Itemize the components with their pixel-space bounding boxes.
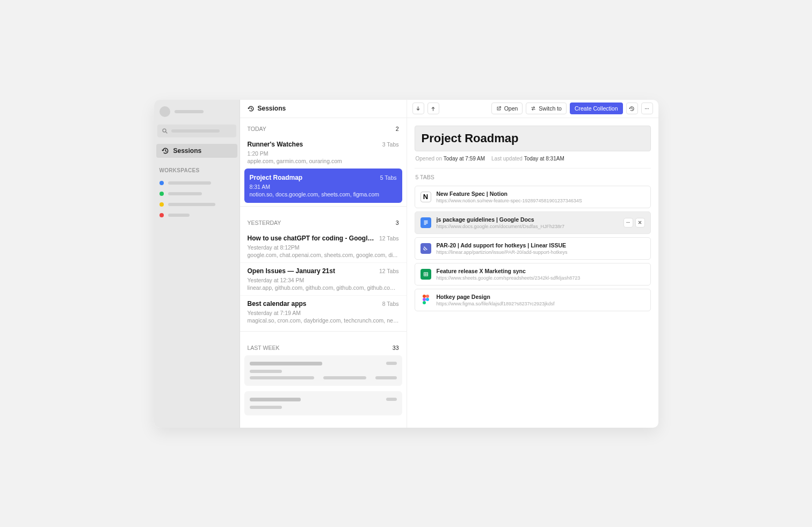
session-title: Runner's Watches (248, 141, 303, 148)
switch-label: Switch to (539, 105, 562, 112)
sidebar-item-label: Sessions (173, 147, 202, 155)
username-placeholder (175, 110, 204, 113)
sidebar: Sessions WORKSPACES (154, 100, 240, 428)
section-count: 3 (396, 219, 399, 226)
linear-icon (421, 243, 431, 254)
ws-name-placeholder (168, 203, 215, 206)
section-head-yesterday: YESTERDAY 3 (240, 210, 407, 230)
session-item[interactable]: Runner's Watches 3 Tabs 1:20 PM apple.co… (240, 136, 407, 169)
workspace-item[interactable] (154, 178, 240, 188)
external-link-icon (496, 106, 502, 111)
session-hosts: apple.com, garmin.com, ouraring.com (248, 158, 399, 164)
google-docs-icon (421, 217, 431, 228)
section-head-lastweek: LAST WEEK 33 (240, 335, 407, 355)
tab-url: https://www.figma.so/file/klajsdf1892?s8… (437, 301, 645, 306)
sidebar-user-row[interactable] (154, 106, 240, 117)
svg-point-11 (628, 222, 629, 223)
section-head-today: TODAY 2 (240, 118, 407, 136)
workspace-item[interactable] (154, 210, 240, 221)
arrow-down-icon (415, 106, 421, 112)
create-label: Create Collection (575, 105, 618, 112)
session-time: Yesterday at 7:19 AM (248, 310, 399, 316)
tab-item[interactable]: Feature release X Marketing sync https:/… (415, 263, 651, 286)
arrow-down-button[interactable] (412, 103, 424, 114)
workspace-dot (160, 181, 164, 185)
session-hosts: google.com, chat.openai.com, sheets.com,… (248, 252, 399, 258)
sidebar-workspaces-heading: WORKSPACES (154, 158, 240, 178)
history-restore-button[interactable] (626, 103, 638, 114)
session-item[interactable]: How to use chatGPT for coding - Google S… (240, 230, 407, 263)
session-detail-title: Project Roadmap (422, 131, 644, 145)
svg-rect-5 (423, 219, 429, 226)
session-hosts: magical.so, cron.com, daybridge.com, tec… (248, 317, 399, 324)
sessions-header: Sessions (240, 100, 407, 118)
tab-item[interactable]: PAR-20 | Add support for hotkeys | Linea… (415, 237, 651, 260)
svg-point-12 (629, 222, 630, 223)
tab-more-button[interactable] (624, 218, 633, 228)
svg-point-3 (647, 108, 648, 109)
tab-item-hover[interactable]: js package guidelines | Google Docs http… (415, 211, 651, 234)
session-placeholder (244, 391, 402, 415)
arrow-up-button[interactable] (427, 103, 439, 114)
switch-to-button[interactable]: Switch to (526, 103, 567, 114)
svg-point-20 (423, 298, 426, 301)
session-hosts: notion.so, docs.google.com, sheets.com, … (250, 191, 397, 197)
tab-title: js package guidelines | Google Docs (437, 216, 618, 223)
avatar (160, 106, 170, 117)
svg-point-18 (423, 295, 426, 298)
workspace-item[interactable] (154, 199, 240, 210)
svg-rect-7 (424, 222, 427, 222)
history-icon (248, 105, 255, 112)
open-button[interactable]: Open (491, 103, 523, 114)
svg-point-4 (648, 108, 649, 109)
detail-column: Open Switch to Create Collection Project… (407, 100, 658, 428)
history-icon (162, 147, 169, 155)
session-item[interactable]: Open Issues — January 21st 12 Tabs Yeste… (240, 263, 407, 296)
section-count: 2 (396, 126, 399, 132)
session-placeholder (244, 355, 402, 386)
session-tab-count: 8 Tabs (382, 301, 399, 307)
switch-icon (531, 106, 536, 111)
sessions-column: Sessions TODAY 2 Runner's Watches 3 Tabs… (240, 100, 407, 428)
section-label: YESTERDAY (248, 219, 281, 226)
svg-rect-9 (424, 224, 426, 224)
session-title: Open Issues — January 21st (248, 267, 335, 275)
tab-item-actions (624, 218, 645, 228)
app-window: Sessions WORKSPACES Sessions TODAY 2 Run… (154, 100, 658, 428)
tab-url: https://www.sheets.google.com/spreadshee… (437, 275, 645, 281)
open-label: Open (504, 105, 518, 112)
svg-rect-6 (424, 221, 427, 221)
detail-body: Project Roadmap Opened on Today at 7:59 … (407, 118, 658, 319)
section-label: TODAY (248, 126, 266, 132)
session-time: 1:20 PM (248, 150, 399, 157)
svg-point-22 (423, 301, 426, 304)
session-item[interactable]: Best calendar apps 8 Tabs Yesterday at 7… (240, 296, 407, 328)
tab-close-button[interactable] (635, 218, 645, 228)
sidebar-item-sessions[interactable]: Sessions (156, 144, 237, 158)
figma-icon (421, 295, 431, 305)
tab-item[interactable]: Hotkey page Design https://www.figma.so/… (415, 289, 651, 311)
more-icon (644, 106, 650, 112)
session-item-selected[interactable]: Project Roadmap 5 Tabs 8:31 AM notion.so… (244, 169, 402, 203)
tab-count-label: 5 TABS (415, 169, 651, 186)
ws-name-placeholder (168, 192, 202, 195)
sidebar-search[interactable] (157, 125, 236, 137)
create-collection-button[interactable]: Create Collection (570, 103, 623, 114)
more-button[interactable] (641, 103, 653, 114)
tab-title: Feature release X Marketing sync (437, 268, 645, 274)
session-meta: Opened on Today at 7:59 AM Last updated … (415, 151, 651, 169)
sessions-scroll[interactable]: TODAY 2 Runner's Watches 3 Tabs 1:20 PM … (240, 118, 407, 428)
workspace-dot (160, 192, 164, 196)
google-sheets-icon (421, 269, 431, 280)
tab-title: Hotkey page Design (437, 294, 645, 300)
workspace-item[interactable] (154, 188, 240, 199)
svg-point-2 (645, 108, 646, 109)
tab-url: https://www.docs.google.com/document/Dsd… (437, 224, 618, 229)
tab-list: N New Feature Spec | Notion https://www.… (415, 186, 651, 311)
session-title: Project Roadmap (250, 174, 303, 181)
tab-item[interactable]: N New Feature Spec | Notion https://www.… (415, 186, 651, 208)
session-title: Best calendar apps (248, 300, 307, 308)
svg-point-19 (426, 295, 429, 298)
session-hosts: linear.app, github.com, github.com, gith… (248, 284, 399, 291)
tab-url: https://linear.app/partizion/issue/PAR-2… (437, 250, 645, 255)
